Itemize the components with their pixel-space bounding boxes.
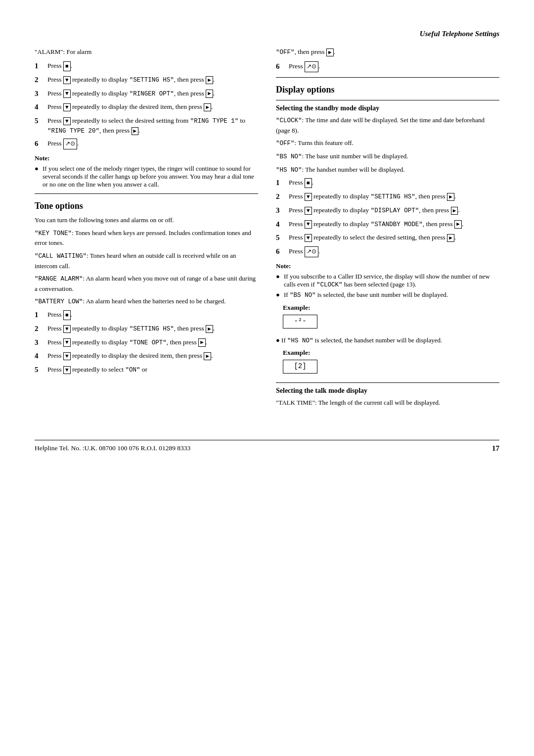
display-step-text-2: Press ▼ repeatedly to display "SETTING H… <box>289 191 499 202</box>
tone-step-5: 5 Press ▼ repeatedly to select "ON" or <box>35 365 258 376</box>
power-btn-icon: ↗⊙ <box>305 246 318 257</box>
step-3: 3 Press ▼ repeatedly to display "RINGER … <box>35 89 258 99</box>
off-then-press: "OFF", then press ▶. <box>276 48 335 55</box>
right-btn-icon: ▶ <box>206 325 213 333</box>
right-column: "OFF", then press ▶. 6 Press ↗⊙. Display… <box>276 48 499 410</box>
note-bullet-text-1: If you select one of the melody ringer t… <box>43 165 258 189</box>
display-step-num-5: 5 <box>276 233 287 243</box>
step-text-3: Press ▼ repeatedly to display "RINGER OP… <box>47 89 258 99</box>
display-step-num-3: 3 <box>276 205 287 216</box>
helpline-text: Helpline Tel. No. :U.K. 08700 100 076 R.… <box>35 444 190 453</box>
note-title: Note: <box>35 154 49 162</box>
down-btn-icon: ▼ <box>63 90 71 97</box>
right-btn-icon: ▶ <box>447 193 454 201</box>
divider <box>35 193 258 194</box>
step-num-2: 2 <box>35 75 45 86</box>
tone-step-2: 2 Press ▼ repeatedly to display "SETTING… <box>35 324 258 334</box>
tone-key-tone: "KEY TONE": Tones heard when keys are pr… <box>35 228 258 248</box>
tone-range-alarm: "RANGE ALARM": An alarm heard when you m… <box>35 274 258 293</box>
step-5: 5 Press ▼ repeatedly to select the desir… <box>35 116 258 136</box>
left-column: "ALARM": For alarm 1 Press ■. 2 Press ▼ … <box>35 48 258 410</box>
right-btn-icon: ▶ <box>198 338 206 346</box>
right-step-text-6: Press ↗⊙. <box>289 61 499 72</box>
step-num-3: 3 <box>35 89 45 99</box>
hs-no-desc: "HS NO": The handset number will be disp… <box>276 165 499 175</box>
down-btn-icon: ▼ <box>63 103 71 111</box>
display-options-title: Display options <box>276 85 499 95</box>
tone-steps-list: 1 Press ■. 2 Press ▼ repeatedly to displ… <box>35 310 258 376</box>
tone-step-num-5: 5 <box>35 365 45 376</box>
talk-desc: "TALK TIME": The length of the current c… <box>276 398 499 408</box>
bullet-icon: ● <box>276 291 283 299</box>
step-num-5: 5 <box>35 116 45 136</box>
step-1: 1 Press ■. <box>35 61 258 72</box>
display-step-num-1: 1 <box>276 178 287 189</box>
down-btn-icon: ▼ <box>63 325 71 333</box>
example-label-1: Example: <box>283 304 499 312</box>
step-6: 6 Press ↗⊙. <box>35 139 258 149</box>
page-title: Useful Telephone Settings <box>35 30 499 39</box>
display-step-5: 5 Press ▼ repeatedly to select the desir… <box>276 233 499 243</box>
display-step-num-2: 2 <box>276 191 287 202</box>
display-example-2: [2] <box>283 360 317 374</box>
step-text-5: Press ▼ repeatedly to select the desired… <box>47 116 258 136</box>
bullet-icon: ● <box>35 165 42 189</box>
tone-step-text-1: Press ■. <box>47 310 258 321</box>
display-step-text-3: Press ▼ repeatedly to display "DISPLAY O… <box>289 205 499 216</box>
tone-battery-low: "BATTERY LOW": An alarm heard when the b… <box>35 296 258 307</box>
tone-step-num-1: 1 <box>35 310 45 321</box>
down-btn-icon: ▼ <box>63 117 71 125</box>
tone-step-text-4: Press ▼ repeatedly to display the desire… <box>47 351 258 362</box>
tone-step-3: 3 Press ▼ repeatedly to display "TONE OP… <box>35 337 258 348</box>
display-note-bullet-text-2: If "BS NO" is selected, the base unit nu… <box>284 291 448 299</box>
tone-step-1: 1 Press ■. <box>35 310 258 321</box>
talk-divider <box>276 382 499 383</box>
right-btn-icon: ▶ <box>326 48 334 56</box>
note-block: Note: ● If you select one of the melody … <box>35 154 258 189</box>
step-num-1: 1 <box>35 61 45 72</box>
clock-desc: "CLOCK": The time and date will be displ… <box>276 115 499 135</box>
tone-intro: You can turn the following tones and ala… <box>35 215 258 225</box>
right-btn-icon: ▶ <box>132 127 139 135</box>
continuation-text: "OFF", then press ▶. <box>276 48 499 56</box>
bs-no-desc: "BS NO": The base unit number will be di… <box>276 151 499 162</box>
hs-no-note: ● If "HS NO" is selected, the handset nu… <box>276 335 499 346</box>
bullet-icon: ● <box>276 273 283 288</box>
display-step-4: 4 Press ▼ repeatedly to display "STANDBY… <box>276 219 499 230</box>
step-text-6: Press ↗⊙. <box>47 139 258 149</box>
page-number: 17 <box>492 444 499 453</box>
tone-step-text-5: Press ▼ repeatedly to select "ON" or <box>47 365 258 376</box>
right-top-step6-list: 6 Press ↗⊙. <box>276 61 499 72</box>
down-btn-icon: ▼ <box>63 338 71 346</box>
right-btn-icon: ▶ <box>447 234 454 242</box>
step-text-2: Press ▼ repeatedly to display "SETTING H… <box>47 75 258 86</box>
step-4: 4 Press ▼ repeatedly to display the desi… <box>35 102 258 113</box>
alarm-label: "ALARM": For alarm <box>35 48 258 56</box>
step-text-4: Press ▼ repeatedly to display the desire… <box>47 102 258 113</box>
right-btn-icon: ▶ <box>206 76 213 84</box>
menu-btn-icon: ■ <box>63 61 71 71</box>
tone-step-4: 4 Press ▼ repeatedly to display the desi… <box>35 351 258 362</box>
display-note-bullet-text-1: If you subscribe to a Caller ID service,… <box>284 273 499 288</box>
down-btn-icon: ▼ <box>63 366 71 374</box>
tone-step-text-3: Press ▼ repeatedly to display "TONE OPT"… <box>47 337 258 348</box>
off-desc: "OFF": Turns this feature off. <box>276 138 499 148</box>
step-num-4: 4 <box>35 102 45 113</box>
display-step-text-6: Press ↗⊙. <box>289 246 499 257</box>
footer: Helpline Tel. No. :U.K. 08700 100 076 R.… <box>35 440 499 453</box>
down-btn-icon: ▼ <box>305 234 312 242</box>
right-btn-icon: ▶ <box>454 220 462 228</box>
right-btn-icon: ▶ <box>206 90 213 97</box>
right-step-6: 6 Press ↗⊙. <box>276 61 499 72</box>
display-note-bullet-1: ● If you subscribe to a Caller ID servic… <box>276 273 499 288</box>
right-btn-icon: ▶ <box>204 352 211 360</box>
display-note-bullet-2: ● If "BS NO" is selected, the base unit … <box>276 291 499 299</box>
note-bullet-1: ● If you select one of the melody ringer… <box>35 165 258 189</box>
menu-btn-icon: ■ <box>305 178 312 188</box>
display-step-text-5: Press ▼ repeatedly to select the desired… <box>289 233 499 243</box>
right-btn-icon: ▶ <box>451 207 458 215</box>
down-btn-icon: ▼ <box>305 193 312 201</box>
display-step-text-4: Press ▼ repeatedly to display "STANDBY M… <box>289 219 499 230</box>
display-step-num-6: 6 <box>276 246 287 257</box>
menu-btn-icon: ■ <box>63 310 71 320</box>
